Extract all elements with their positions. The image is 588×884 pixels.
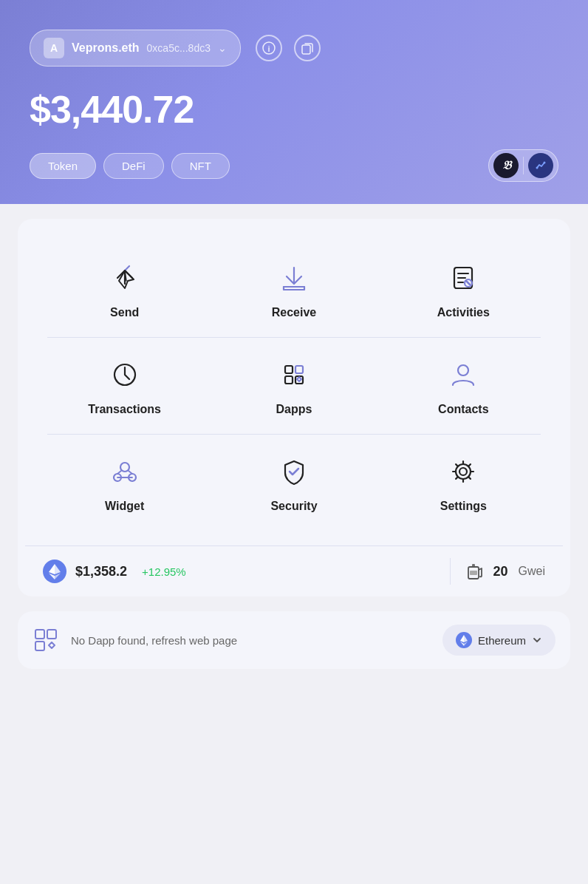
- chevron-down-icon: ⌄: [218, 42, 227, 54]
- svg-rect-39: [35, 642, 44, 650]
- svg-text:i: i: [267, 44, 270, 53]
- svg-rect-16: [285, 366, 293, 373]
- wallet-address: 0xca5c...8dc3: [147, 42, 211, 54]
- eth-change: +12.95%: [142, 565, 186, 578]
- brand-logo-b: 𝔅: [493, 153, 519, 178]
- action-contacts[interactable]: Contacts: [379, 338, 548, 434]
- receive-label: Receive: [272, 306, 317, 319]
- transactions-icon: [106, 356, 144, 394]
- action-settings[interactable]: Settings: [379, 435, 548, 531]
- action-dapps[interactable]: Dapps: [209, 338, 378, 434]
- copy-icon: [301, 41, 314, 55]
- ticker-right: 20 Gwei: [465, 561, 545, 582]
- dapp-bar-icon: [33, 627, 59, 653]
- action-widget[interactable]: Widget: [40, 435, 209, 531]
- security-icon: [275, 452, 313, 491]
- hero-section: A Veprons.eth 0xca5c...8dc3 ⌄ i $3,440.7…: [0, 0, 588, 204]
- eth-logo: [43, 560, 66, 583]
- asset-tabs: Token DeFi NFT 𝔅: [30, 149, 558, 182]
- svg-rect-17: [295, 366, 303, 373]
- receive-icon: [275, 259, 313, 297]
- contacts-icon: [444, 356, 482, 394]
- info-button[interactable]: i: [256, 35, 282, 61]
- activities-label: Activities: [437, 306, 490, 319]
- svg-line-25: [117, 471, 121, 474]
- wallet-name: Veprons.eth: [72, 41, 140, 55]
- svg-marker-20: [297, 377, 301, 381]
- svg-line-26: [129, 471, 132, 474]
- gas-icon: [465, 561, 486, 582]
- send-label: Send: [110, 306, 139, 319]
- svg-point-29: [456, 464, 471, 479]
- main-card: Send Receive: [18, 219, 570, 596]
- brand-logo-chart: [528, 153, 553, 178]
- ethereum-network-icon: [456, 632, 472, 648]
- ticker-divider: [450, 558, 451, 585]
- gas-value: 20: [493, 564, 508, 579]
- network-name: Ethereum: [478, 634, 526, 647]
- dapp-bar: No Dapp found, refresh web page Ethereum: [18, 611, 570, 669]
- dapps-label: Dapps: [276, 403, 312, 416]
- copy-button[interactable]: [294, 35, 321, 61]
- total-balance: $3,440.72: [30, 87, 558, 132]
- svg-marker-40: [49, 642, 55, 648]
- wallet-avatar: A: [44, 38, 64, 58]
- transactions-label: Transactions: [88, 403, 161, 416]
- gas-unit: Gwei: [519, 565, 545, 578]
- dapps-icon: [275, 356, 313, 394]
- brand-logos[interactable]: 𝔅: [488, 149, 558, 182]
- svg-rect-18: [285, 376, 293, 384]
- tab-nft[interactable]: NFT: [171, 153, 230, 179]
- widget-label: Widget: [105, 500, 144, 513]
- action-transactions[interactable]: Transactions: [40, 338, 209, 434]
- settings-icon: [444, 452, 482, 491]
- address-bar: A Veprons.eth 0xca5c...8dc3 ⌄ i: [30, 30, 558, 67]
- widget-icon: [106, 452, 144, 491]
- tab-token[interactable]: Token: [30, 153, 96, 179]
- brand-divider: [523, 157, 524, 174]
- svg-point-28: [459, 468, 467, 475]
- settings-label: Settings: [440, 500, 487, 513]
- actions-grid: Send Receive: [25, 234, 563, 545]
- contacts-label: Contacts: [438, 403, 488, 416]
- network-chevron-icon: [532, 635, 542, 645]
- action-send[interactable]: Send: [40, 241, 209, 337]
- header-actions: i: [256, 35, 321, 61]
- eth-price: $1,358.2: [75, 564, 127, 579]
- svg-rect-36: [470, 571, 477, 575]
- svg-point-5: [544, 162, 546, 164]
- send-icon: [106, 259, 144, 297]
- svg-rect-37: [35, 630, 44, 639]
- ticker-row: $1,358.2 +12.95% 20 Gwei: [25, 545, 563, 596]
- action-security[interactable]: Security: [209, 435, 378, 531]
- svg-rect-2: [302, 45, 310, 54]
- tab-defi[interactable]: DeFi: [103, 153, 164, 179]
- svg-point-4: [536, 167, 539, 169]
- svg-rect-38: [47, 630, 56, 639]
- security-label: Security: [270, 500, 317, 513]
- activities-icon: [444, 259, 482, 297]
- network-selector[interactable]: Ethereum: [442, 625, 555, 656]
- ticker-left: $1,358.2 +12.95%: [43, 560, 435, 583]
- wallet-selector[interactable]: A Veprons.eth 0xca5c...8dc3 ⌄: [30, 30, 241, 67]
- svg-point-21: [458, 365, 468, 375]
- action-receive[interactable]: Receive: [209, 241, 378, 337]
- info-icon: i: [262, 41, 276, 55]
- svg-line-7: [125, 266, 129, 271]
- svg-point-22: [120, 463, 129, 472]
- dapp-bar-message: No Dapp found, refresh web page: [71, 634, 431, 647]
- action-activities[interactable]: Activities: [379, 241, 548, 337]
